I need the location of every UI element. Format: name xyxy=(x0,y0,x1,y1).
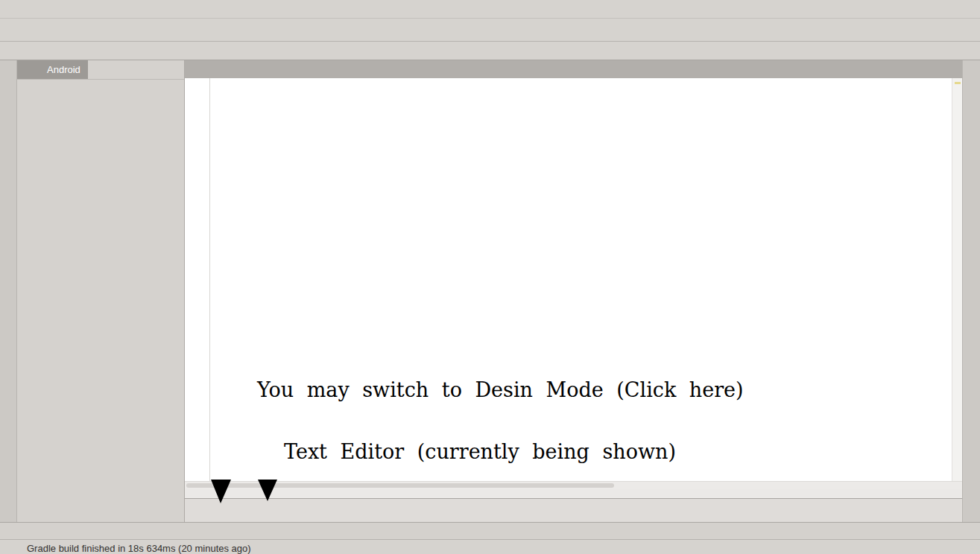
project-view-selector[interactable]: Android xyxy=(17,60,88,79)
editor-gutter xyxy=(185,78,210,481)
annotation-design-note: You may switch to Desin Mode (Click here… xyxy=(257,378,744,401)
editor-mode-strip xyxy=(185,489,962,522)
scrollbar-thumb[interactable] xyxy=(186,483,614,488)
status-message: Gradle build finished in 18s 634ms (20 m… xyxy=(27,543,251,554)
breadcrumb xyxy=(0,42,980,60)
android-studio-window: Android Gradle build finished in 18s 63 xyxy=(0,0,980,554)
project-view-label: Android xyxy=(47,64,80,75)
editor-horizontal-scrollbar[interactable] xyxy=(185,481,962,489)
code-editor[interactable] xyxy=(185,78,962,481)
right-tool-stripe xyxy=(962,60,980,522)
android-icon xyxy=(25,61,42,79)
left-tool-stripe xyxy=(0,60,17,522)
warning-stripe-mark xyxy=(955,82,961,84)
inspection-profile-icon[interactable] xyxy=(939,80,951,92)
main-toolbar xyxy=(0,19,980,42)
project-tool-window: Android xyxy=(17,60,185,522)
code-text-area[interactable] xyxy=(210,78,952,481)
editor-vertical-scrollbar[interactable] xyxy=(952,78,962,481)
status-bar: Gradle build finished in 18s 634ms (20 m… xyxy=(0,539,980,554)
menu-bar xyxy=(0,0,980,19)
status-square-icon xyxy=(9,542,21,554)
project-tree xyxy=(17,80,184,83)
editor-tab-bar xyxy=(185,60,962,78)
annotation-text-note: Text Editor (currently being shown) xyxy=(284,440,676,463)
design-text-tab-bar xyxy=(185,498,962,522)
tool-window-bar xyxy=(0,522,980,539)
project-panel-header: Android xyxy=(17,60,184,80)
